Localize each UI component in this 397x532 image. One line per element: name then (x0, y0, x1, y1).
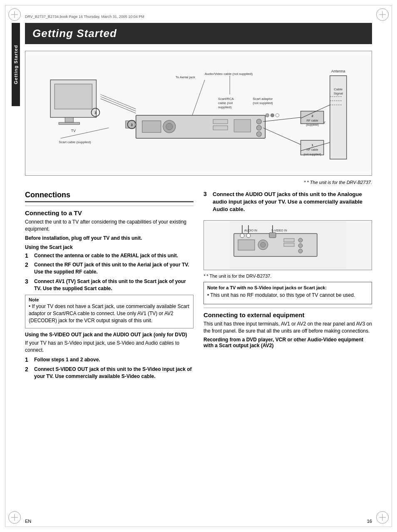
svideo-step-1-text: Follow steps 1 and 2 above. (34, 356, 194, 363)
right-diagram-footnote: * The unit is for the DRV-B2737. (206, 273, 271, 278)
connecting-to-tv-title: Connecting to a TV (25, 209, 194, 216)
step-1-num: 1 (25, 252, 32, 259)
connections-title: Connections (25, 191, 194, 202)
no-svideo-note-body: • This unit has no RF modulator, so this… (207, 292, 368, 299)
svg-text:Scart/RCA: Scart/RCA (218, 97, 234, 101)
svg-text:1: 1 (311, 143, 313, 147)
diagram-area: TV Antenna Cable Signal (25, 51, 372, 176)
page-footer: EN 16 (25, 519, 372, 524)
bold-warning: Before installation, plug off your TV an… (25, 235, 194, 241)
svg-point-9 (166, 123, 173, 130)
svg-rect-64 (269, 233, 276, 238)
svg-point-62 (240, 234, 244, 238)
svg-rect-11 (213, 126, 228, 130)
right-step3-num: 3 (203, 191, 210, 197)
svg-text:TV: TV (71, 129, 76, 133)
svideo-step-2-text: Connect S-VIDEO OUT jack of this unit to… (34, 366, 194, 380)
svg-point-72 (298, 249, 303, 253)
svideo-step-1-item: 1 Follow steps 1 and 2 above. (25, 356, 194, 363)
right-footnote: * * The unit is for the DRV-B2737. (203, 273, 372, 278)
svideo-step-1-num: 1 (25, 356, 32, 363)
svg-text:2: 2 (311, 114, 313, 118)
svideo-step-2-num: 2 (25, 366, 32, 373)
svg-text:3: 3 (94, 111, 97, 115)
no-svideo-note: Note for a TV with no S-Video input jack… (203, 282, 372, 304)
svideo-intro: If your TV has an S-Video input jack, us… (25, 340, 194, 354)
step-3-text: Connect AV1 (TV) Scart jack of this unit… (34, 278, 194, 292)
svg-text:Audio/Video cable (not supplie: Audio/Video cable (not supplied) (205, 72, 253, 76)
svg-point-55 (265, 114, 269, 117)
audio-connection-diagram: AUDIO IN S-VIDEO IN (203, 220, 372, 270)
step-2-text: Connect the RF OUT jack of this unit to … (34, 261, 194, 276)
svg-text:cable (not: cable (not (218, 101, 233, 105)
svideo-heading: Using the S-VIDEO OUT jack and the AUDIO… (25, 332, 194, 338)
svg-point-67 (261, 242, 265, 247)
step-3-item: 3 Connect AV1 (TV) Scart jack of this un… (25, 278, 194, 292)
svg-text:S-VIDEO IN: S-VIDEO IN (271, 229, 287, 232)
svg-text:Scart cable (supplied): Scart cable (supplied) (59, 140, 91, 144)
right-column: 3 Connect the AUDIO OUT jacks of this un… (203, 191, 372, 382)
page-number: 16 (367, 519, 372, 524)
svg-point-56 (270, 114, 274, 117)
sidebar-label: Getting Started (12, 23, 20, 106)
svg-point-70 (298, 238, 303, 242)
svg-rect-16 (126, 121, 135, 128)
audio-diagram-svg: AUDIO IN S-VIDEO IN (230, 221, 346, 269)
divider-2 (203, 308, 372, 308)
svg-rect-12 (234, 119, 251, 132)
file-info: DRV_B2737_B2734.book Page 16 Thursday, M… (25, 15, 144, 19)
svg-text:(supplied): (supplied) (306, 123, 319, 127)
svg-text:supplied): supplied) (218, 105, 232, 109)
svg-rect-68 (284, 239, 294, 242)
svg-text:Cable: Cable (334, 87, 342, 91)
no-svideo-note-title: Note for a TV with no S-Video input jack… (207, 285, 368, 291)
svg-point-57 (275, 114, 279, 117)
svg-text:AUDIO IN: AUDIO IN (244, 229, 257, 232)
footnote-star-2: * (203, 273, 205, 278)
svg-rect-69 (284, 243, 294, 246)
sidebar-label-text: Getting Started (13, 45, 18, 84)
svg-text:Scart adaptor: Scart adaptor (253, 97, 273, 101)
scart-heading: Using the Scart jack (25, 244, 194, 250)
svg-rect-4 (59, 122, 79, 124)
svg-text:Antenna: Antenna (331, 69, 346, 73)
ext-recording-heading: Recording from a DVD player, VCR or othe… (203, 337, 372, 348)
step-1-item: 1 Connect the antenna or cable to the AE… (25, 252, 194, 259)
diagram-footnote-text: * The unit is for the DRV-B2737. (307, 180, 372, 185)
svg-point-63 (246, 234, 251, 238)
svideo-step-2-item: 2 Connect S-VIDEO OUT jack of this unit … (25, 366, 194, 380)
svg-rect-65 (238, 240, 255, 250)
main-content: Getting Started TV (25, 23, 372, 515)
ext-intro: This unit has three input terminals, AV1… (203, 321, 372, 335)
footnote-star: * (304, 180, 305, 185)
right-step3-item: 3 Connect the AUDIO OUT jacks of this un… (203, 191, 372, 217)
svg-rect-3 (65, 117, 73, 122)
svg-point-71 (298, 244, 303, 248)
intro-text: Connect the unit to a TV after consideri… (25, 219, 194, 233)
diagram-footnote: * * The unit is for the DRV-B2737. (25, 180, 372, 185)
svg-point-13 (256, 119, 261, 124)
svg-text:(not supplied): (not supplied) (253, 101, 273, 105)
svg-rect-2 (55, 84, 92, 109)
svg-text:RF cable: RF cable (307, 119, 318, 122)
language-label: EN (25, 519, 31, 524)
left-column: Connections Connecting to a TV Connect t… (25, 191, 194, 382)
svg-text:3: 3 (131, 123, 133, 127)
svg-point-14 (256, 125, 261, 130)
header-bar: DRV_B2737_B2734.book Page 16 Thursday, M… (25, 15, 372, 19)
svg-text:To Aerial jack: To Aerial jack (176, 75, 196, 79)
step-1-text: Connect the antenna or cable to the AERI… (34, 252, 194, 259)
page-title: Getting Started (25, 23, 372, 44)
svg-rect-10 (213, 119, 228, 124)
note-bullet: If your TV does not have a Scart jack, u… (29, 303, 189, 323)
svg-rect-7 (142, 121, 161, 132)
two-column-layout: Connections Connecting to a TV Connect t… (25, 191, 372, 382)
note-title: Note (29, 297, 190, 303)
svg-text:(not supplied): (not supplied) (303, 153, 321, 156)
svg-point-15 (256, 132, 261, 137)
right-step3-text: Connect the AUDIO OUT jacks of this unit… (213, 191, 372, 214)
svg-text:Signal: Signal (334, 92, 343, 95)
note-box: Note • If your TV does not have a Scart … (25, 295, 194, 329)
no-svideo-bullet: This unit has no RF modulator, so this t… (210, 292, 355, 298)
step-2-item: 2 Connect the RF OUT jack of this unit t… (25, 261, 194, 276)
